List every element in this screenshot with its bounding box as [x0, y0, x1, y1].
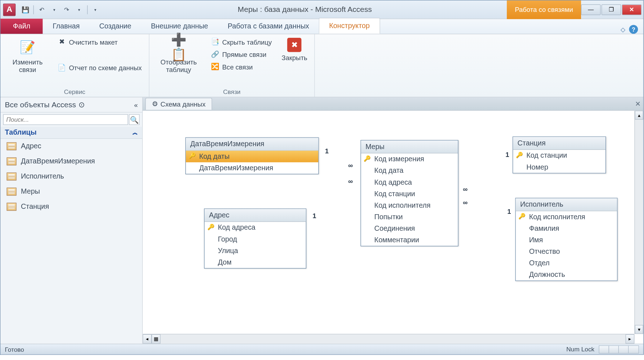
- edit-relations-button[interactable]: 📝 Изменить связи: [4, 36, 51, 75]
- search-input[interactable]: [3, 114, 128, 125]
- tab-close-icon[interactable]: ✕: [635, 100, 641, 108]
- table-field[interactable]: ДатаВремяИзмерения: [186, 162, 318, 174]
- app-window: A 💾 ↶ ▾ ↷ ▾ ▾ Меры : база данных - Micro…: [0, 0, 644, 355]
- nav-item-performer[interactable]: Исполнитель: [0, 169, 142, 184]
- tab-design[interactable]: Конструктор: [319, 18, 380, 33]
- view-switcher[interactable]: [599, 345, 639, 353]
- table-field[interactable]: Отчество: [516, 246, 617, 257]
- nav-group-tables[interactable]: Таблицы ︽: [0, 127, 142, 139]
- undo-dropdown-icon[interactable]: ▾: [49, 4, 60, 15]
- table-field[interactable]: Код исполнителя: [361, 200, 458, 211]
- table-box-datetime[interactable]: ДатаВремяИзмерения Код даты ДатаВремяИзм…: [185, 138, 319, 175]
- redo-icon[interactable]: ↷: [61, 4, 72, 15]
- scroll-track[interactable]: [161, 334, 626, 344]
- table-box-address[interactable]: Адрес Код адреса Город Улица Дом: [204, 208, 306, 269]
- ribbon-tabs: Файл Главная Создание Внешние данные Раб…: [0, 19, 643, 34]
- tab-create[interactable]: Создание: [90, 19, 141, 34]
- redo-dropdown-icon[interactable]: ▾: [74, 4, 85, 15]
- tab-external-data[interactable]: Внешние данные: [141, 19, 218, 34]
- nav-collapse-icon[interactable]: «: [134, 101, 138, 108]
- table-field[interactable]: Код адреса: [204, 222, 306, 233]
- table-field[interactable]: Должность: [516, 269, 617, 280]
- table-field[interactable]: Код исполнителя: [516, 211, 617, 223]
- undo-icon[interactable]: ↶: [36, 4, 47, 15]
- scroll-first-icon[interactable]: ▦: [152, 334, 161, 344]
- schema-tab-label: Схема данных: [161, 100, 206, 108]
- document-tabs: ⚙ Схема данных ✕: [143, 97, 643, 111]
- schema-report-button[interactable]: 📄 Отчет по схеме данных: [54, 62, 145, 73]
- close-relations-button[interactable]: ✖ Закрыть: [278, 36, 311, 63]
- edit-relations-label: Изменить связи: [8, 58, 48, 73]
- help-icon[interactable]: ?: [629, 25, 638, 34]
- tab-file[interactable]: Файл: [0, 19, 43, 34]
- tab-schema[interactable]: ⚙ Схема данных: [145, 98, 212, 110]
- nav-header[interactable]: Все объекты Access ⊙ «: [0, 97, 142, 112]
- relationship-canvas[interactable]: ДатаВремяИзмерения Код даты ДатаВремяИзм…: [143, 111, 643, 344]
- table-field[interactable]: Отдел: [516, 257, 617, 269]
- nav-item-label: ДатаВремяИзмерения: [21, 157, 95, 165]
- tab-home[interactable]: Главная: [43, 19, 90, 34]
- table-field[interactable]: Код дата: [361, 165, 458, 176]
- clear-layout-button[interactable]: ✖ Очистить макет: [54, 36, 145, 48]
- qat-customize-icon[interactable]: ▾: [90, 4, 101, 15]
- nav-item-measures[interactable]: Меры: [0, 184, 142, 199]
- nav-item-station[interactable]: Станция: [0, 199, 142, 214]
- view-button[interactable]: [619, 346, 629, 353]
- view-button[interactable]: [629, 346, 638, 353]
- group-service-label: Сервис: [4, 87, 145, 96]
- main-area: Все объекты Access ⊙ « 🔍 Таблицы ︽ Адрес…: [0, 97, 643, 343]
- table-field[interactable]: Фамилия: [516, 223, 617, 234]
- view-button[interactable]: [609, 346, 619, 353]
- table-field[interactable]: Номер: [513, 161, 605, 173]
- scroll-down-icon[interactable]: ▾: [635, 325, 643, 334]
- close-button[interactable]: ✕: [622, 4, 641, 15]
- vertical-scrollbar[interactable]: ▴ ▾: [634, 111, 643, 334]
- nav-dropdown-icon[interactable]: ⊙: [78, 100, 85, 109]
- table-field[interactable]: Имя: [516, 234, 617, 246]
- scroll-right-icon[interactable]: ▸: [626, 334, 635, 344]
- tab-database-tools[interactable]: Работа с базами данных: [218, 19, 319, 34]
- rel-cardinality-one: 1: [505, 151, 510, 158]
- rel-cardinality-many: ∞: [462, 199, 468, 206]
- table-title: Меры: [361, 140, 458, 153]
- table-field[interactable]: Код даты: [186, 151, 318, 162]
- scroll-up-icon[interactable]: ▴: [635, 111, 643, 120]
- show-table-button[interactable]: ➕📋 Отобразить таблицу: [153, 36, 204, 75]
- hide-table-button[interactable]: 📑 Скрыть таблицу: [207, 36, 275, 48]
- chevron-up-icon: ︽: [132, 129, 138, 136]
- table-field[interactable]: Код адреса: [361, 176, 458, 188]
- search-button[interactable]: 🔍: [129, 114, 140, 125]
- table-field[interactable]: Улица: [204, 245, 306, 256]
- maximize-button[interactable]: ❐: [602, 4, 621, 15]
- status-numlock: Num Lock: [566, 345, 594, 353]
- table-box-performer[interactable]: Исполнитель Код исполнителя Фамилия Имя …: [515, 198, 617, 281]
- table-field[interactable]: Соединения: [361, 223, 458, 234]
- table-field[interactable]: Код измерения: [361, 153, 458, 165]
- all-relations-button[interactable]: 🔀 Все связи: [207, 61, 275, 72]
- rel-cardinality-one: 1: [506, 208, 512, 215]
- table-field[interactable]: Код станции: [513, 150, 605, 161]
- rel-cardinality-many: ∞: [462, 185, 468, 193]
- report-icon: 📄: [57, 63, 66, 72]
- table-field[interactable]: Попытки: [361, 211, 458, 223]
- nav-item-address[interactable]: Адрес: [0, 139, 142, 154]
- table-field[interactable]: Город: [204, 233, 306, 245]
- ribbon-group-relations: ➕📋 Отобразить таблицу 📑 Скрыть таблицу 🔗…: [149, 34, 315, 97]
- table-field[interactable]: Комментарии: [361, 234, 458, 246]
- ribbon-collapse-icon[interactable]: ◇: [621, 26, 626, 33]
- save-icon[interactable]: 💾: [20, 4, 31, 15]
- table-title: ДатаВремяИзмерения: [186, 138, 318, 151]
- table-box-station[interactable]: Станция Код станции Номер: [513, 136, 606, 174]
- scroll-left-icon[interactable]: ◂: [143, 334, 152, 344]
- nav-item-label: Станция: [21, 203, 49, 211]
- table-box-measures[interactable]: Меры Код измерения Код дата Код адреса К…: [361, 140, 459, 246]
- table-field[interactable]: Дом: [204, 257, 306, 268]
- horizontal-scrollbar[interactable]: ◂ ▦ ▸: [143, 334, 634, 343]
- minimize-button[interactable]: —: [581, 4, 600, 15]
- nav-item-datetime[interactable]: ДатаВремяИзмерения: [0, 154, 142, 169]
- all-relations-icon: 🔀: [211, 62, 220, 71]
- window-controls: — ❐ ✕: [581, 4, 643, 15]
- view-button[interactable]: [599, 346, 609, 353]
- direct-relations-button[interactable]: 🔗 Прямые связи: [207, 49, 275, 60]
- table-field[interactable]: Код станции: [361, 188, 458, 199]
